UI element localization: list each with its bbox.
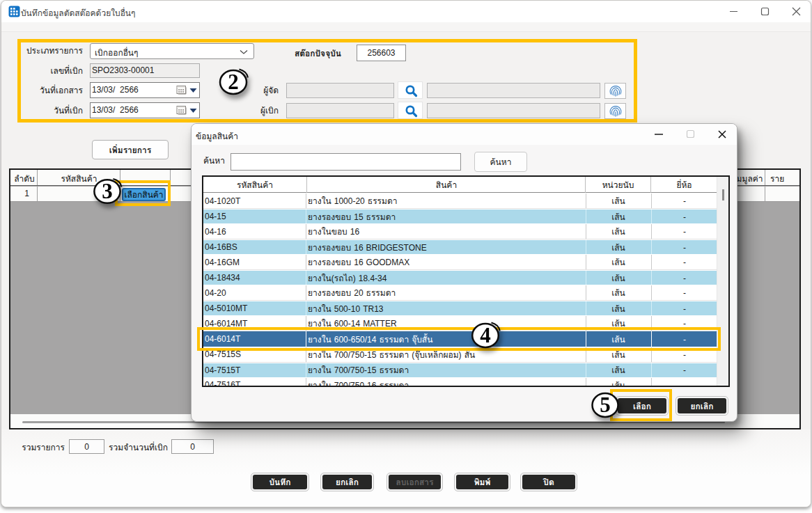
- svg-text:4: 4: [480, 323, 491, 347]
- svg-text:5: 5: [600, 392, 611, 416]
- svg-text:3: 3: [102, 178, 113, 203]
- svg-text:2: 2: [228, 70, 239, 94]
